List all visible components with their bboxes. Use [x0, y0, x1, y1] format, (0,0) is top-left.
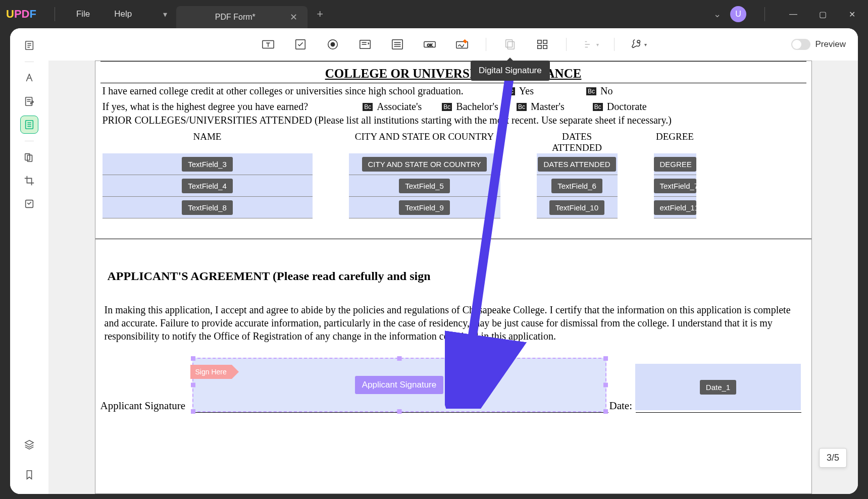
separator	[25, 62, 34, 62]
separator	[566, 38, 567, 51]
close-icon[interactable]: ✕	[842, 4, 862, 24]
crop-icon[interactable]	[20, 172, 38, 190]
prior-colleges-text: PRIOR COLLEGES/UNIVERSITIES ATTENDED (Pl…	[100, 113, 806, 131]
colleges-table: NAME CITY AND STATE OR COUNTRY DATES ATT…	[100, 131, 806, 239]
textfield[interactable]: TextField_3	[103, 153, 313, 175]
textfield[interactable]: DEGREE	[654, 153, 696, 175]
agreement-text: In making this application, I accept and…	[100, 298, 806, 358]
svg-rect-20	[543, 45, 547, 49]
agreement-title: APPLICANT'S AGREEMENT (Please read caref…	[100, 239, 806, 298]
maximize-icon[interactable]: ▢	[812, 4, 833, 24]
signature-label: Applicant Signature	[100, 400, 194, 412]
comment-icon[interactable]	[20, 69, 38, 87]
table-row: TextField_3 CITY AND STATE OR COUNTRY DA…	[103, 153, 804, 175]
opt-doctorate[interactable]: BcDoctorate	[593, 101, 647, 113]
divider	[55, 7, 55, 21]
app-logo: UPDF	[6, 8, 36, 21]
minimize-icon[interactable]: —	[783, 4, 803, 24]
bookmark-icon[interactable]	[20, 466, 38, 484]
menu-file[interactable]: File	[64, 9, 102, 19]
signature-field-label: Applicant Signature	[355, 376, 443, 394]
resize-handle[interactable]	[603, 356, 608, 361]
listbox-tool-icon[interactable]	[389, 36, 406, 53]
dropdown-tool-icon[interactable]	[356, 36, 374, 53]
tools-icon[interactable]: ▾	[630, 36, 647, 53]
th-name: NAME	[103, 131, 313, 153]
chevron-down-icon[interactable]: ⌄	[713, 9, 721, 20]
opt-no[interactable]: BcNo	[586, 85, 612, 97]
content-area: OK ▾ ▾ Preview Digital Signature COLLEGE…	[48, 28, 858, 494]
page-indicator[interactable]: 3/5	[819, 448, 847, 468]
radio-tool-icon[interactable]	[324, 36, 341, 53]
date-label: Date:	[609, 400, 632, 412]
resize-handle[interactable]	[603, 409, 608, 414]
home-tab[interactable]: ▾	[154, 0, 176, 28]
signature-tool-icon[interactable]	[453, 36, 471, 53]
separator	[25, 141, 34, 141]
textfield[interactable]: TextField_5	[349, 175, 500, 197]
align-tool-icon[interactable]	[534, 36, 551, 53]
organize-icon[interactable]	[20, 148, 38, 167]
copy-tool-icon[interactable]	[501, 36, 519, 53]
preview-label: Preview	[815, 39, 846, 49]
resize-handle[interactable]	[397, 409, 401, 414]
svg-rect-17	[538, 40, 541, 44]
sign-here-tag: Sign Here	[190, 365, 232, 379]
distribute-tool-icon[interactable]: ▾	[582, 36, 599, 53]
textfield[interactable]: TextField_7	[654, 175, 696, 197]
user-avatar[interactable]: U	[730, 6, 746, 22]
titlebar: UPDF File Help ▾ PDF Form* ✕ + ⌄ U — ▢ ✕	[0, 0, 868, 28]
svg-rect-16	[507, 41, 514, 49]
menu-help[interactable]: Help	[102, 9, 144, 19]
divider	[764, 7, 765, 21]
svg-rect-15	[506, 40, 513, 47]
preview-toggle[interactable]	[791, 39, 810, 50]
button-tool-icon[interactable]: OK	[421, 36, 438, 53]
table-header: NAME CITY AND STATE OR COUNTRY DATES ATT…	[103, 131, 804, 153]
svg-rect-18	[543, 40, 547, 44]
resize-handle[interactable]	[397, 356, 401, 361]
resize-handle[interactable]	[191, 409, 195, 414]
tab-name: PDF Form*	[186, 13, 284, 22]
th-dates: DATES ATTENDED	[537, 131, 618, 153]
degree-question-text: If yes, what is the highest degree you h…	[103, 101, 309, 113]
textfield[interactable]: TextField_10	[537, 197, 618, 218]
checkbox-tool-icon[interactable]	[292, 36, 309, 53]
tooltip: Digital Signature	[471, 61, 550, 81]
textfield[interactable]: CITY AND STATE OR COUNTRY	[349, 153, 500, 175]
edit-icon[interactable]	[20, 92, 38, 110]
document-viewport[interactable]: COLLEGE OR UNIVERSITY ATTENDANCE I have …	[48, 61, 858, 494]
reader-icon[interactable]	[20, 36, 38, 54]
document-tab[interactable]: PDF Form* ✕	[176, 6, 308, 28]
titlebar-right: ⌄ U — ▢ ✕	[713, 4, 862, 24]
credit-question-text: I have earned college credit at other co…	[103, 85, 464, 97]
tab-add-icon[interactable]: +	[308, 8, 332, 21]
form-toolbar: OK ▾ ▾ Preview	[48, 28, 858, 61]
sidebar	[10, 28, 48, 494]
textfield[interactable]: TextField_6	[537, 175, 618, 197]
textfield[interactable]: TextField_9	[349, 197, 500, 218]
resize-handle[interactable]	[191, 356, 195, 361]
resize-handle[interactable]	[191, 383, 195, 387]
svg-point-9	[331, 42, 334, 46]
textfield[interactable]: TextField_8	[103, 197, 313, 218]
svg-rect-19	[538, 45, 541, 49]
preview-toggle-area: Preview	[791, 39, 846, 50]
form-icon[interactable]	[20, 116, 38, 134]
signature-field[interactable]: Sign Here Applicant Signature	[192, 358, 606, 412]
opt-associate[interactable]: BcAssociate's	[363, 101, 422, 113]
degree-question-row: If yes, what is the highest degree you h…	[100, 97, 806, 113]
opt-bachelor[interactable]: BcBachelor's	[442, 101, 498, 113]
redact-icon[interactable]	[20, 195, 38, 213]
date-field[interactable]: Date_1	[635, 364, 801, 410]
tab-close-icon[interactable]: ✕	[290, 12, 297, 23]
credit-question-row: I have earned college credit at other co…	[100, 83, 806, 97]
textfield[interactable]: DATES ATTENDED	[537, 153, 618, 175]
textfield-tool-icon[interactable]	[260, 36, 277, 53]
textfield[interactable]: TextField_4	[103, 175, 313, 197]
opt-master[interactable]: BcMaster's	[517, 101, 565, 113]
resize-handle[interactable]	[603, 383, 608, 387]
layers-icon[interactable]	[20, 435, 38, 454]
textfield[interactable]: extField_11	[654, 197, 696, 218]
opt-yes[interactable]: BcYes	[505, 85, 534, 97]
